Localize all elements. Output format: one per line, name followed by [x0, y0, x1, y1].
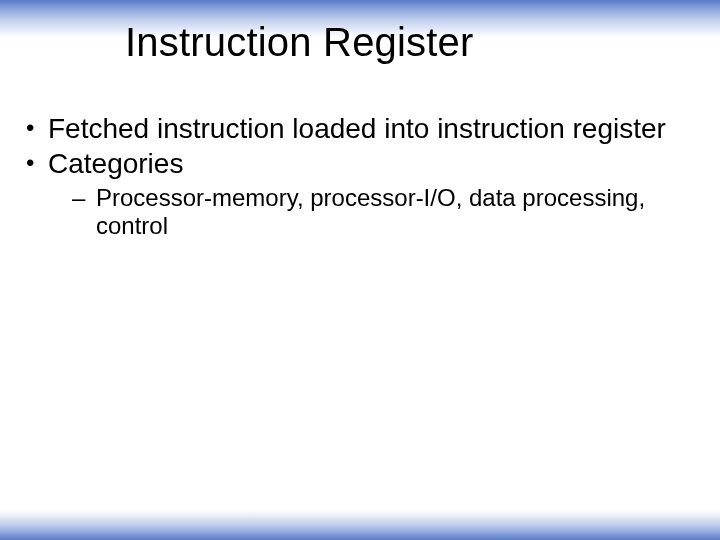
list-item: Fetched instruction loaded into instruct…	[20, 112, 690, 145]
list-item: Categories Processor-memory, processor-I…	[20, 147, 690, 241]
bullet-list: Fetched instruction loaded into instruct…	[20, 112, 690, 241]
list-item: Processor-memory, processor-I/O, data pr…	[48, 184, 690, 241]
sub-bullet-list: Processor-memory, processor-I/O, data pr…	[48, 184, 690, 241]
sub-bullet-text: Processor-memory, processor-I/O, data pr…	[96, 184, 645, 239]
slide: Instruction Register Fetched instruction…	[0, 0, 720, 540]
bullet-text: Fetched instruction loaded into instruct…	[48, 113, 666, 144]
slide-body: Fetched instruction loaded into instruct…	[20, 112, 690, 243]
bottom-gradient-bar	[0, 510, 720, 540]
bullet-text: Categories	[48, 148, 183, 179]
slide-title: Instruction Register	[125, 20, 474, 65]
